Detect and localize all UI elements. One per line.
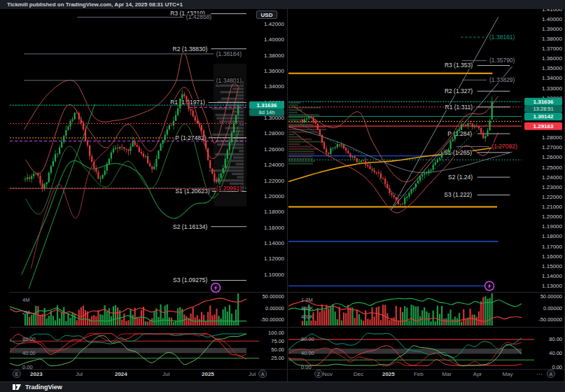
tradingview-snapshot: Tickmill published on TradingView.com, A… bbox=[0, 0, 565, 392]
pivot-label: (1.33829) bbox=[489, 76, 515, 83]
price-tick: 1.24000 bbox=[264, 162, 284, 168]
pivot-label: R2 (1.38830) bbox=[173, 46, 208, 52]
axis-month-label: Feb bbox=[414, 371, 424, 377]
right-chart-canvas[interactable]: (1.38161)R3 (1.353)(1.35790)(1.33829)R2 … bbox=[288, 9, 565, 382]
pivot-label: S3 (1.222) bbox=[444, 191, 472, 198]
flash-marker[interactable] bbox=[485, 281, 494, 290]
axis-circle-letter: A bbox=[261, 372, 265, 377]
volume-osc-tick: 0.00000 bbox=[543, 305, 562, 312]
price-tick: 1.28000 bbox=[542, 134, 562, 141]
volume-osc-tick: -50.00000 bbox=[260, 316, 284, 323]
tradingview-logo-icon[interactable] bbox=[13, 384, 22, 391]
price-tick: 1.39000 bbox=[542, 26, 562, 32]
price-tick: 1.17000 bbox=[542, 244, 562, 250]
oscillator-scale-tick: 50.00 bbox=[271, 346, 284, 353]
pivot-label: P (1.27482) bbox=[175, 134, 206, 141]
price-tick: 1.19000 bbox=[542, 223, 562, 230]
price-tick: 1.41000 bbox=[542, 9, 562, 13]
pivot-label: P (1.284) bbox=[447, 130, 472, 137]
volume-osc-tick: 50.00000 bbox=[540, 293, 562, 300]
price-tick: 1.15000 bbox=[542, 263, 562, 270]
price-tick: 1.33000 bbox=[542, 85, 562, 92]
pivot-label: S3 (1.09275) bbox=[173, 276, 207, 284]
price-tick: 1.14000 bbox=[264, 240, 284, 246]
oscillator-scale-tick: 75.00 bbox=[271, 338, 284, 344]
pivot-label: (1.27092) bbox=[491, 143, 517, 150]
pivot-label: (1.35790) bbox=[489, 57, 515, 64]
price-tick: 1.37000 bbox=[542, 46, 562, 52]
countdown-value: 13:28:51 bbox=[533, 106, 553, 112]
price-badge-value: 1.29163 bbox=[533, 123, 554, 130]
pivot-label: (1.38184) bbox=[216, 50, 242, 57]
oscillator-scale-tick: 0.00 bbox=[552, 364, 562, 370]
oscillator-tick: 40.00 bbox=[22, 350, 36, 356]
oscillator-tick: 80.00 bbox=[22, 336, 36, 342]
volume-tick: 1.2M bbox=[301, 297, 313, 303]
price-tick: 1.42000 bbox=[264, 21, 284, 27]
price-tick: 1.36000 bbox=[264, 68, 284, 74]
price-badge-value: 1.31636 bbox=[533, 99, 554, 105]
publish-bar: Tickmill published on TradingView.com, A… bbox=[0, 0, 565, 9]
axis-circle-letter: A bbox=[550, 372, 553, 377]
price-tick: 1.27000 bbox=[542, 144, 562, 150]
price-scale[interactable]: 1.410001.400001.390001.380001.370001.360… bbox=[542, 9, 562, 289]
oscillator-tick: 0.00 bbox=[22, 364, 33, 370]
oscillator-tick: 80.00 bbox=[301, 336, 314, 342]
oscillator-tick: 40.00 bbox=[301, 350, 314, 356]
tradingview-brand[interactable]: TradingView bbox=[25, 384, 62, 391]
axis-month-label: Apr bbox=[473, 371, 482, 377]
price-tick: 1.20000 bbox=[264, 193, 284, 200]
axis-month-label: Jul bbox=[76, 371, 83, 377]
pivot-label: R1 (1.31971) bbox=[170, 99, 205, 106]
currency-usd-button[interactable]: USD bbox=[256, 10, 277, 19]
price-tick: 1.16000 bbox=[542, 253, 562, 260]
pivot-label: S2 (1.16134) bbox=[173, 223, 207, 230]
oscillator-tick: 0.00 bbox=[301, 364, 312, 370]
axis-year-label: 2023 bbox=[30, 371, 43, 377]
price-tick: 1.23000 bbox=[542, 184, 562, 190]
volume-tick: 400K bbox=[301, 314, 314, 320]
oscillator-scale-tick: 100.00 bbox=[268, 330, 284, 336]
price-tick: 1.40000 bbox=[264, 36, 284, 43]
pivot-label: R2 (1.327) bbox=[445, 88, 473, 94]
pivot-label: (1.38161) bbox=[489, 34, 515, 41]
price-tick: 1.10000 bbox=[264, 272, 284, 278]
price-tick: 1.40000 bbox=[542, 16, 562, 22]
price-tick: 1.25000 bbox=[542, 164, 562, 171]
price-tick: 1.38000 bbox=[542, 36, 562, 42]
pivot-label: R3 (1.353) bbox=[445, 62, 473, 69]
axis-month-label: Jul bbox=[249, 371, 256, 377]
price-tick: 1.38000 bbox=[264, 52, 284, 59]
axis-circle-letter: Z bbox=[317, 372, 320, 377]
pivot-label: (1.20991) bbox=[216, 185, 242, 192]
price-tick: 1.34000 bbox=[264, 83, 284, 90]
price-tick: 1.35000 bbox=[542, 65, 562, 71]
volume-osc-tick: 50.00000 bbox=[263, 293, 284, 300]
oscillator-scale-tick: 80.00 bbox=[549, 336, 562, 342]
panel-divider bbox=[287, 9, 288, 382]
volume-tick: 4M bbox=[22, 297, 29, 303]
price-tick: 1.18000 bbox=[542, 233, 562, 239]
price-tick: 1.22000 bbox=[264, 178, 284, 184]
pivot-label: (1.34801) bbox=[216, 77, 242, 84]
volume-tick: 800K bbox=[301, 305, 314, 312]
price-tick: 1.24000 bbox=[542, 174, 562, 181]
price-tick: 1.20000 bbox=[542, 214, 562, 220]
price-tick: 1.34000 bbox=[542, 75, 562, 81]
price-tick: 1.26000 bbox=[542, 154, 562, 160]
axis-circle-letter: E bbox=[15, 372, 19, 377]
price-badge-value: 1.30142 bbox=[533, 113, 554, 120]
flash-marker[interactable] bbox=[211, 284, 221, 293]
price-tick: 1.21000 bbox=[542, 204, 562, 210]
price-tick: 1.28000 bbox=[264, 130, 284, 136]
price-tick: 1.16000 bbox=[264, 225, 284, 231]
axis-month-label: Dec bbox=[354, 371, 363, 377]
pivot-label: S2 (1.24) bbox=[448, 174, 473, 181]
axis-month-label: May bbox=[502, 371, 512, 377]
price-tick: 1.12000 bbox=[264, 255, 284, 262]
volume-osc-tick: -50.00000 bbox=[538, 316, 562, 323]
volume-tick: 2M bbox=[22, 309, 29, 316]
price-tick: 1.26000 bbox=[264, 146, 284, 153]
oscillator-scale-tick: 25.00 bbox=[271, 355, 284, 361]
left-chart-canvas[interactable]: R3 (1.43310)(1.42858)R2 (1.38830)(1.3818… bbox=[10, 9, 287, 382]
